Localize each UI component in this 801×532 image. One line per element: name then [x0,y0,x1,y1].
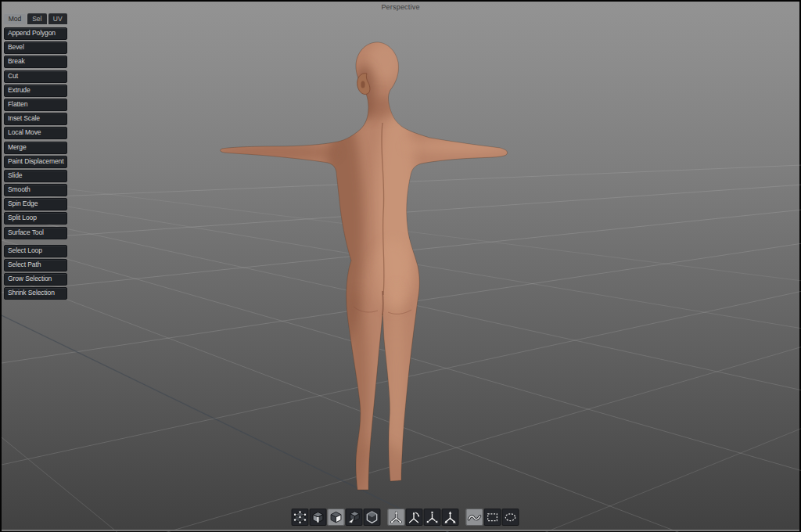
inset-scale-button[interactable]: Inset Scale [4,113,67,125]
viewport-canvas[interactable] [2,2,801,532]
sidebar-tabs: Mod Sel UV [4,13,67,24]
action-center-element-button[interactable] [424,509,441,526]
select-path-button[interactable]: Select Path [4,259,67,271]
action-center-rotate-button[interactable] [406,509,423,526]
cut-button[interactable]: Cut [4,70,67,83]
merge-button[interactable]: Merge [4,142,67,154]
smooth-button[interactable]: Smooth [4,184,67,196]
grow-selection-button[interactable]: Grow Selection [4,273,67,286]
shrink-selection-button[interactable]: Shrink Selection [4,287,67,300]
viewport-toolbar [292,509,519,526]
tab-mod[interactable]: Mod [4,13,26,24]
vertices-mode-button[interactable] [292,509,309,526]
window-bottom-edge [2,530,799,531]
action-center-automatic-button[interactable] [388,509,405,526]
tab-uv[interactable]: UV [48,13,67,24]
tool-group-modeling: Append Polygon Bevel Break Cut Extrude F… [4,27,67,239]
break-button[interactable]: Break [4,56,67,68]
component-mode-group [292,509,381,526]
app-window: Perspective Mod Sel UV Append Polygon Be… [0,0,801,532]
extrude-button[interactable]: Extrude [4,84,67,97]
axis-tripod-boxes-icon [425,509,440,525]
lasso-selection-button[interactable] [466,509,483,526]
axis-tripod-rotate-icon [407,509,422,525]
append-polygon-button[interactable]: Append Polygon [4,27,67,40]
edges-cube-icon [311,509,326,525]
edges-mode-button[interactable] [310,509,327,526]
perspective-viewport[interactable]: Perspective Mod Sel UV Append Polygon Be… [2,2,799,530]
action-center-origin-button[interactable] [442,509,459,526]
items-cube-icon [347,509,362,525]
lasso-icon [467,509,483,525]
spin-edge-button[interactable]: Spin Edge [4,198,67,210]
rectangle-selection-button[interactable] [484,509,501,526]
bevel-button[interactable]: Bevel [4,41,67,54]
axis-tripod-arrows-icon [443,509,458,525]
slide-button[interactable]: Slide [4,170,67,182]
buttock-crease [383,291,383,315]
select-loop-button[interactable]: Select Loop [4,245,67,257]
grid-axis-line [2,315,451,532]
paint-displacement-button[interactable]: Paint Displacement [4,156,67,168]
split-loop-button[interactable]: Split Loop [4,212,67,225]
items-mode-button[interactable] [346,509,363,526]
tool-group-selection: Select Loop Select Path Grow Selection S… [4,245,67,300]
vertices-cube-icon [293,509,308,525]
action-center-group [388,509,459,526]
tab-sel[interactable]: Sel [27,13,46,24]
surface-tool-button[interactable]: Surface Tool [4,227,67,239]
polygons-mode-button[interactable] [328,509,345,526]
materials-hexagon-icon [365,509,380,525]
local-move-button[interactable]: Local Move [4,127,67,139]
axis-tripod-icon [389,509,404,525]
selection-style-group [466,509,519,526]
human-model[interactable] [213,41,514,508]
ellipse-selection-button[interactable] [502,509,519,526]
materials-mode-button[interactable] [364,509,381,526]
marquee-rectangle-icon [485,509,501,525]
viewport-title: Perspective [2,3,799,11]
polygons-cube-icon [329,509,344,525]
flatten-button[interactable]: Flatten [4,99,67,111]
tool-sidebar: Mod Sel UV Append Polygon Bevel Break Cu… [4,13,67,301]
marquee-ellipse-icon [503,509,519,525]
